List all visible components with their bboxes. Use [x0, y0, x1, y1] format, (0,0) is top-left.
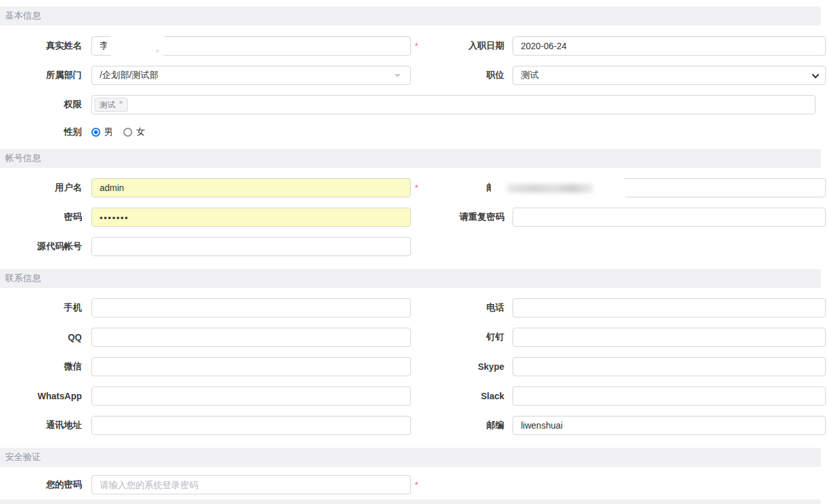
source-account-field-wrap — [91, 237, 411, 256]
hire-date-label: 入职日期 — [431, 40, 504, 52]
skype-label: Skype — [431, 362, 504, 372]
hire-date-field-wrap — [513, 36, 826, 56]
row-gender: 性别 男 女 — [0, 126, 827, 139]
whatsapp-input[interactable] — [91, 386, 411, 406]
department-field-wrap — [91, 66, 411, 85]
row-qq-dingtalk: QQ 钉钉 — [0, 328, 827, 347]
required-star: * — [415, 480, 421, 490]
slack-label: Slack — [431, 391, 504, 401]
section-header-partial — [0, 500, 821, 504]
real-name-field-wrap — [91, 36, 411, 56]
permission-tag-label: 测试 — [100, 100, 115, 111]
section-title: 帐号信息 — [0, 153, 41, 164]
slack-input[interactable] — [513, 386, 826, 406]
department-input[interactable] — [91, 66, 411, 85]
your-password-label: 您的密码 — [0, 479, 82, 491]
redaction-blur — [107, 34, 168, 57]
section-title: 安全验证 — [0, 452, 41, 463]
gender-male-option[interactable]: 男 — [91, 126, 113, 138]
row-permission: 权限 测试 × — [0, 95, 827, 114]
postcode-label: 邮编 — [431, 420, 504, 431]
row-real-name-hire-date: 真实姓名 * 入职日期 — [0, 36, 827, 56]
permission-multiselect[interactable]: 测试 × — [91, 95, 815, 114]
username-input[interactable] — [91, 178, 411, 197]
email-field-wrap — [513, 178, 826, 197]
whatsapp-label: WhatsApp — [0, 391, 82, 401]
gender-female-label: 女 — [136, 126, 145, 138]
dropdown-caret-icon[interactable] — [394, 74, 401, 77]
row-source-account: 源代码帐号 — [0, 237, 827, 256]
gender-label: 性别 — [0, 126, 82, 138]
position-select[interactable] — [513, 66, 826, 85]
username-field-wrap — [91, 178, 411, 197]
position-select-wrap — [513, 66, 826, 85]
required-star: * — [415, 183, 421, 193]
permission-label: 权限 — [0, 99, 82, 111]
password-input[interactable] — [91, 208, 411, 227]
section-header-basic-info: 基本信息 — [0, 6, 821, 26]
dingtalk-label: 钉钉 — [431, 332, 504, 343]
wechat-input[interactable] — [91, 357, 411, 376]
username-label: 用户名 — [0, 182, 82, 194]
required-star: * — [415, 41, 421, 51]
tag-remove-icon[interactable]: × — [119, 98, 123, 106]
source-account-input[interactable] — [91, 237, 411, 256]
section-title: 联系信息 — [0, 273, 41, 284]
section-header-account-info: 帐号信息 — [0, 149, 821, 168]
row-whatsapp-slack: WhatsApp Slack — [0, 386, 827, 406]
postcode-input[interactable] — [513, 416, 826, 435]
phone-label: 电话 — [431, 302, 504, 314]
radio-selected-icon[interactable] — [91, 128, 100, 137]
repeat-password-input[interactable] — [513, 208, 826, 227]
position-label: 职位 — [431, 70, 504, 81]
row-your-password: 您的密码 * — [0, 475, 827, 494]
phone-input[interactable] — [513, 298, 826, 317]
password-field-wrap — [91, 208, 411, 227]
source-account-label: 源代码帐号 — [0, 241, 82, 252]
department-label: 所属部门 — [0, 70, 82, 81]
row-department-position: 所属部门 职位 — [0, 66, 827, 85]
row-mobile-phone: 手机 电话 — [0, 298, 827, 317]
repeat-password-field-wrap — [513, 208, 826, 227]
mobile-input[interactable] — [91, 298, 411, 317]
user-edit-form: 基本信息 真实姓名 * 入职日期 所属部门 职位 权限 测试 — [0, 0, 827, 504]
password-label: 密码 — [0, 211, 82, 223]
row-password-repeat: 密码 请重复密码 — [0, 208, 827, 227]
hire-date-input[interactable] — [513, 36, 826, 56]
address-input[interactable] — [91, 416, 411, 435]
skype-input[interactable] — [513, 357, 826, 376]
real-name-label: 真实姓名 — [0, 40, 82, 52]
dingtalk-input[interactable] — [513, 328, 826, 347]
radio-unselected-icon[interactable] — [123, 128, 132, 137]
your-password-input[interactable] — [91, 475, 411, 494]
section-header-contact-info: 联系信息 — [0, 269, 821, 288]
qq-input[interactable] — [91, 328, 411, 347]
section-header-security: 安全验证 — [0, 448, 821, 467]
mobile-label: 手机 — [0, 302, 82, 314]
redaction-streak — [507, 184, 593, 193]
gender-male-label: 男 — [104, 126, 113, 138]
row-address-postcode: 通讯地址 邮编 — [0, 416, 827, 435]
section-title: 基本信息 — [0, 10, 41, 22]
address-label: 通讯地址 — [0, 420, 82, 431]
permission-tag: 测试 × — [95, 98, 128, 112]
repeat-password-label: 请重复密码 — [431, 211, 504, 223]
wechat-label: 微信 — [0, 361, 82, 372]
gender-female-option[interactable]: 女 — [123, 126, 145, 138]
gender-radio-group: 男 女 — [91, 126, 145, 138]
qq-label: QQ — [0, 332, 82, 342]
redaction-blur — [491, 176, 628, 201]
permission-field-wrap: 测试 × — [91, 95, 815, 114]
row-wechat-skype: 微信 Skype — [0, 357, 827, 376]
row-username-email: 用户名 * 邮箱 — [0, 178, 827, 197]
